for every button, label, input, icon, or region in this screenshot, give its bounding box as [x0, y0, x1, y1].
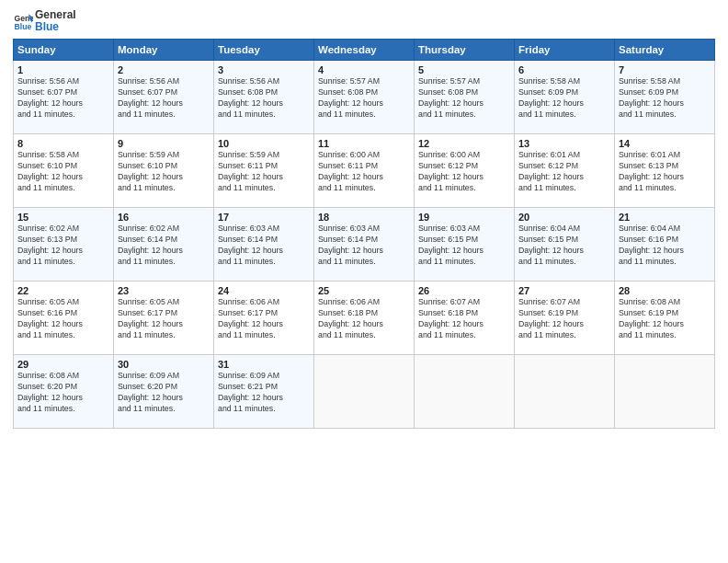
col-friday: Friday: [515, 40, 615, 61]
day-number: 21: [619, 212, 711, 223]
day-number: 27: [518, 285, 610, 296]
day-cell: 26Sunrise: 6:07 AMSunset: 6:18 PMDayligh…: [415, 282, 515, 355]
col-tuesday: Tuesday: [214, 40, 314, 61]
header: General Blue General Blue: [13, 9, 715, 33]
logo: General Blue General Blue: [13, 9, 76, 33]
day-number: 6: [518, 64, 610, 75]
day-cell: [415, 355, 515, 429]
day-cell: 27Sunrise: 6:07 AMSunset: 6:19 PMDayligh…: [515, 282, 615, 355]
day-info: Sunrise: 6:04 AMSunset: 6:15 PMDaylight:…: [518, 224, 610, 268]
day-number: 22: [17, 285, 109, 296]
svg-text:Blue: Blue: [15, 23, 32, 32]
col-thursday: Thursday: [415, 40, 515, 61]
day-cell: 13Sunrise: 6:01 AMSunset: 6:12 PMDayligh…: [515, 134, 615, 208]
day-number: 30: [118, 359, 210, 370]
day-info: Sunrise: 6:06 AMSunset: 6:17 PMDaylight:…: [218, 297, 310, 341]
col-wednesday: Wednesday: [314, 40, 415, 61]
calendar-table: Sunday Monday Tuesday Wednesday Thursday…: [13, 39, 715, 429]
day-number: 29: [17, 359, 109, 370]
day-cell: 1Sunrise: 5:56 AMSunset: 6:07 PMDaylight…: [14, 61, 114, 134]
week-row-3: 15Sunrise: 6:02 AMSunset: 6:13 PMDayligh…: [14, 208, 715, 282]
day-info: Sunrise: 6:01 AMSunset: 6:12 PMDaylight:…: [518, 150, 610, 194]
day-number: 3: [218, 64, 310, 75]
day-cell: [314, 355, 415, 429]
day-info: Sunrise: 6:03 AMSunset: 6:15 PMDaylight:…: [418, 224, 510, 268]
col-monday: Monday: [114, 40, 214, 61]
day-info: Sunrise: 6:04 AMSunset: 6:16 PMDaylight:…: [619, 224, 711, 268]
week-row-2: 8Sunrise: 5:58 AMSunset: 6:10 PMDaylight…: [14, 134, 715, 208]
day-info: Sunrise: 6:07 AMSunset: 6:18 PMDaylight:…: [418, 297, 510, 341]
day-info: Sunrise: 5:56 AMSunset: 6:07 PMDaylight:…: [17, 76, 109, 121]
day-info: Sunrise: 6:00 AMSunset: 6:11 PMDaylight:…: [318, 150, 410, 194]
day-info: Sunrise: 5:58 AMSunset: 6:10 PMDaylight:…: [17, 150, 109, 194]
day-info: Sunrise: 6:02 AMSunset: 6:14 PMDaylight:…: [118, 224, 210, 268]
day-cell: 24Sunrise: 6:06 AMSunset: 6:17 PMDayligh…: [214, 282, 314, 355]
day-cell: 28Sunrise: 6:08 AMSunset: 6:19 PMDayligh…: [615, 282, 715, 355]
day-info: Sunrise: 6:09 AMSunset: 6:20 PMDaylight:…: [118, 371, 210, 415]
day-cell: 16Sunrise: 6:02 AMSunset: 6:14 PMDayligh…: [114, 208, 214, 282]
week-row-1: 1Sunrise: 5:56 AMSunset: 6:07 PMDaylight…: [14, 61, 715, 134]
day-number: 23: [118, 285, 210, 296]
day-number: 24: [218, 285, 310, 296]
day-info: Sunrise: 5:56 AMSunset: 6:08 PMDaylight:…: [218, 76, 310, 121]
day-number: 28: [619, 285, 711, 296]
week-row-5: 29Sunrise: 6:08 AMSunset: 6:20 PMDayligh…: [14, 355, 715, 429]
day-cell: [515, 355, 615, 429]
day-number: 12: [418, 138, 510, 149]
day-info: Sunrise: 5:59 AMSunset: 6:11 PMDaylight:…: [218, 150, 310, 194]
day-number: 15: [17, 212, 109, 223]
day-cell: 12Sunrise: 6:00 AMSunset: 6:12 PMDayligh…: [415, 134, 515, 208]
day-cell: 30Sunrise: 6:09 AMSunset: 6:20 PMDayligh…: [114, 355, 214, 429]
day-number: 9: [118, 138, 210, 149]
col-sunday: Sunday: [14, 40, 114, 61]
day-cell: 14Sunrise: 6:01 AMSunset: 6:13 PMDayligh…: [615, 134, 715, 208]
day-info: Sunrise: 6:03 AMSunset: 6:14 PMDaylight:…: [318, 224, 410, 268]
day-number: 26: [418, 285, 510, 296]
day-info: Sunrise: 5:57 AMSunset: 6:08 PMDaylight:…: [318, 76, 410, 121]
day-number: 10: [218, 138, 310, 149]
day-number: 2: [118, 64, 210, 75]
day-cell: 18Sunrise: 6:03 AMSunset: 6:14 PMDayligh…: [314, 208, 415, 282]
day-cell: 5Sunrise: 5:57 AMSunset: 6:08 PMDaylight…: [415, 61, 515, 134]
calendar-container: General Blue General Blue Sunday Monday …: [0, 0, 728, 563]
day-cell: 23Sunrise: 6:05 AMSunset: 6:17 PMDayligh…: [114, 282, 214, 355]
day-number: 31: [218, 359, 310, 370]
day-number: 5: [418, 64, 510, 75]
day-info: Sunrise: 5:58 AMSunset: 6:09 PMDaylight:…: [518, 76, 610, 121]
day-number: 4: [318, 64, 410, 75]
day-cell: 7Sunrise: 5:58 AMSunset: 6:09 PMDaylight…: [615, 61, 715, 134]
day-cell: 19Sunrise: 6:03 AMSunset: 6:15 PMDayligh…: [415, 208, 515, 282]
header-row: Sunday Monday Tuesday Wednesday Thursday…: [14, 40, 715, 61]
day-info: Sunrise: 6:08 AMSunset: 6:20 PMDaylight:…: [17, 371, 109, 415]
day-cell: 8Sunrise: 5:58 AMSunset: 6:10 PMDaylight…: [14, 134, 114, 208]
day-number: 14: [619, 138, 711, 149]
day-cell: 31Sunrise: 6:09 AMSunset: 6:21 PMDayligh…: [214, 355, 314, 429]
day-info: Sunrise: 5:57 AMSunset: 6:08 PMDaylight:…: [418, 76, 510, 121]
day-cell: 3Sunrise: 5:56 AMSunset: 6:08 PMDaylight…: [214, 61, 314, 134]
day-cell: 2Sunrise: 5:56 AMSunset: 6:07 PMDaylight…: [114, 61, 214, 134]
day-number: 16: [118, 212, 210, 223]
day-number: 19: [418, 212, 510, 223]
day-info: Sunrise: 6:05 AMSunset: 6:17 PMDaylight:…: [118, 297, 210, 341]
day-number: 11: [318, 138, 410, 149]
day-info: Sunrise: 6:06 AMSunset: 6:18 PMDaylight:…: [318, 297, 410, 341]
week-row-4: 22Sunrise: 6:05 AMSunset: 6:16 PMDayligh…: [14, 282, 715, 355]
day-info: Sunrise: 5:59 AMSunset: 6:10 PMDaylight:…: [118, 150, 210, 194]
logo-icon: General Blue: [13, 11, 33, 31]
day-cell: 20Sunrise: 6:04 AMSunset: 6:15 PMDayligh…: [515, 208, 615, 282]
day-number: 25: [318, 285, 410, 296]
day-number: 18: [318, 212, 410, 223]
day-number: 7: [619, 64, 711, 75]
day-cell: [615, 355, 715, 429]
day-info: Sunrise: 6:00 AMSunset: 6:12 PMDaylight:…: [418, 150, 510, 194]
day-info: Sunrise: 6:07 AMSunset: 6:19 PMDaylight:…: [518, 297, 610, 341]
day-cell: 29Sunrise: 6:08 AMSunset: 6:20 PMDayligh…: [14, 355, 114, 429]
day-info: Sunrise: 5:56 AMSunset: 6:07 PMDaylight:…: [118, 76, 210, 121]
day-number: 8: [17, 138, 109, 149]
day-cell: 22Sunrise: 6:05 AMSunset: 6:16 PMDayligh…: [14, 282, 114, 355]
day-cell: 10Sunrise: 5:59 AMSunset: 6:11 PMDayligh…: [214, 134, 314, 208]
day-cell: 4Sunrise: 5:57 AMSunset: 6:08 PMDaylight…: [314, 61, 415, 134]
day-cell: 25Sunrise: 6:06 AMSunset: 6:18 PMDayligh…: [314, 282, 415, 355]
day-info: Sunrise: 6:08 AMSunset: 6:19 PMDaylight:…: [619, 297, 711, 341]
day-cell: 15Sunrise: 6:02 AMSunset: 6:13 PMDayligh…: [14, 208, 114, 282]
